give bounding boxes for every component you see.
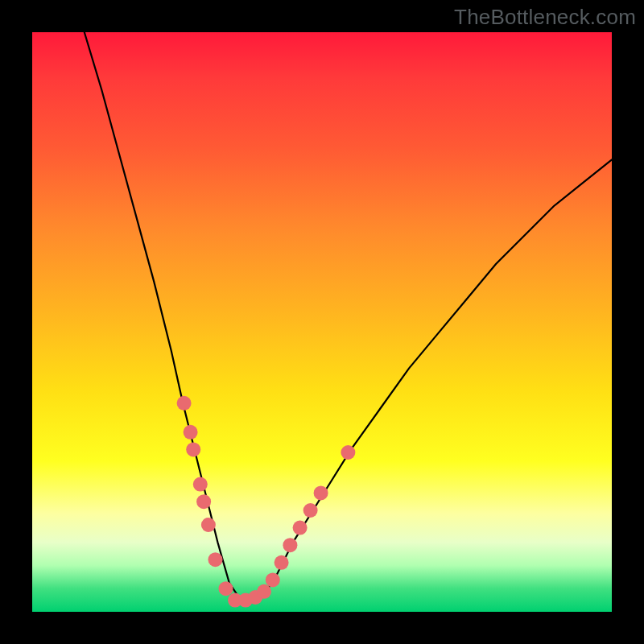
chart-svg [32, 32, 612, 612]
chart-container: TheBottleneck.com [0, 0, 644, 644]
bottleneck-curve [85, 32, 612, 601]
curve-marker [186, 442, 200, 456]
curve-marker [341, 445, 355, 460]
curve-markers [177, 396, 356, 608]
watermark-text: TheBottleneck.com [454, 5, 636, 30]
curve-marker [266, 572, 280, 587]
curve-marker [275, 555, 289, 570]
curve-marker [201, 518, 216, 532]
curve-marker [193, 477, 208, 492]
curve-marker [184, 425, 198, 440]
curve-marker [219, 581, 233, 596]
curve-marker [283, 538, 297, 552]
curve-marker [196, 494, 211, 509]
curve-marker [314, 485, 328, 500]
curve-marker [208, 552, 223, 567]
curve-marker [293, 521, 308, 535]
plot-area [32, 32, 612, 612]
curve-marker [303, 503, 318, 518]
curve-marker [257, 584, 271, 599]
curve-marker [177, 396, 192, 411]
